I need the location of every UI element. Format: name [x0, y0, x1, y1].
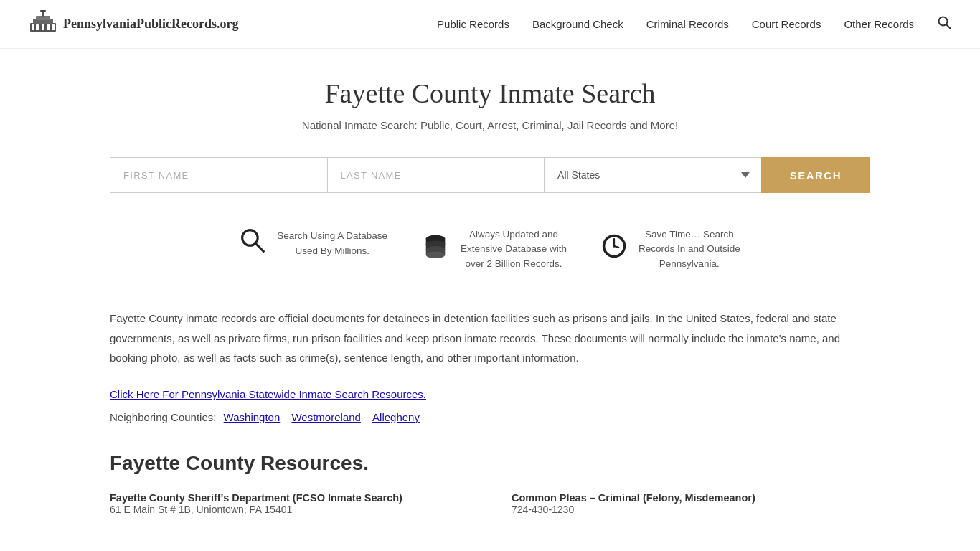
- body-paragraph: Fayette County inmate records are offici…: [110, 309, 870, 368]
- resource-sheriff-detail: 61 E Main St # 1B, Uniontown, PA 15401: [110, 504, 468, 515]
- logo-text: PennsylvaniaPublicRecords.org: [63, 17, 239, 32]
- neighboring-westmoreland[interactable]: Westmoreland: [291, 411, 360, 423]
- last-name-input[interactable]: [327, 157, 545, 193]
- site-header: PennsylvaniaPublicRecords.org Public Rec…: [0, 0, 980, 49]
- page-subtitle: National Inmate Search: Public, Court, A…: [110, 119, 870, 131]
- svg-rect-7: [42, 24, 44, 30]
- main-nav: Public Records Background Check Criminal…: [437, 15, 951, 33]
- other-records-link[interactable]: Other Records: [844, 18, 914, 30]
- search-feature-icon: [240, 227, 265, 260]
- search-button[interactable]: SEARCH: [761, 157, 870, 193]
- page-title: Fayette County Inmate Search: [110, 77, 870, 109]
- svg-rect-6: [36, 24, 39, 30]
- svg-rect-5: [32, 24, 34, 30]
- criminal-records-link[interactable]: Criminal Records: [646, 18, 729, 30]
- resources-grid: Fayette County Sheriff's Department (FCS…: [110, 492, 870, 519]
- neighboring-allegheny[interactable]: Allegheny: [372, 411, 420, 423]
- search-form: All StatesAlabamaAlaskaArizonaArkansasCa…: [110, 157, 870, 193]
- svg-point-25: [613, 245, 616, 248]
- svg-line-11: [947, 25, 951, 29]
- feature-database-text: Always Updated andExtensive Database wit…: [461, 227, 567, 271]
- features-row: Search Using A DatabaseUsed By Millions.…: [110, 227, 870, 271]
- svg-rect-9: [52, 24, 55, 30]
- resource-item-sheriff: Fayette County Sheriff's Department (FCS…: [110, 492, 468, 515]
- state-select[interactable]: All StatesAlabamaAlaskaArizonaArkansasCa…: [544, 157, 761, 193]
- feature-time: Save Time… SearchRecords In and OutsideP…: [601, 227, 740, 271]
- court-records-link[interactable]: Court Records: [752, 18, 821, 30]
- svg-line-13: [256, 244, 264, 252]
- database-feature-icon: [422, 232, 449, 266]
- neighboring-label: Neighboring Counties:: [110, 411, 216, 423]
- resources-title: Fayette County Resources.: [110, 452, 870, 475]
- resource-pleas-detail: 724-430-1230: [512, 504, 870, 515]
- first-name-input[interactable]: [110, 157, 327, 193]
- resource-sheriff-name: Fayette County Sheriff's Department (FCS…: [110, 492, 468, 504]
- svg-point-20: [426, 251, 446, 258]
- resource-item-pleas: Common Pleas – Criminal (Felony, Misdeme…: [512, 492, 870, 515]
- feature-search-text: Search Using A DatabaseUsed By Millions.: [277, 229, 387, 258]
- neighboring-counties: Neighboring Counties: Washington Westmor…: [110, 411, 870, 423]
- svg-rect-8: [47, 24, 50, 30]
- feature-search: Search Using A DatabaseUsed By Millions.: [240, 227, 387, 260]
- neighboring-washington[interactable]: Washington: [224, 411, 281, 423]
- clock-feature-icon: [601, 233, 627, 265]
- main-content: Fayette County Inmate Search National In…: [95, 49, 885, 551]
- public-records-link[interactable]: Public Records: [437, 18, 509, 30]
- statewide-search-link[interactable]: Click Here For Pennsylvania Statewide In…: [110, 388, 426, 400]
- svg-rect-3: [42, 11, 44, 17]
- resource-pleas-name: Common Pleas – Criminal (Felony, Misdeme…: [512, 492, 870, 504]
- svg-rect-4: [40, 10, 46, 12]
- feature-database: Always Updated andExtensive Database wit…: [422, 227, 567, 271]
- nav-search-icon[interactable]: [937, 15, 951, 33]
- site-logo[interactable]: PennsylvaniaPublicRecords.org: [29, 9, 239, 39]
- svg-point-10: [939, 17, 948, 26]
- feature-time-text: Save Time… SearchRecords In and OutsideP…: [639, 227, 740, 271]
- logo-building-icon: [29, 9, 57, 39]
- background-check-link[interactable]: Background Check: [532, 18, 623, 30]
